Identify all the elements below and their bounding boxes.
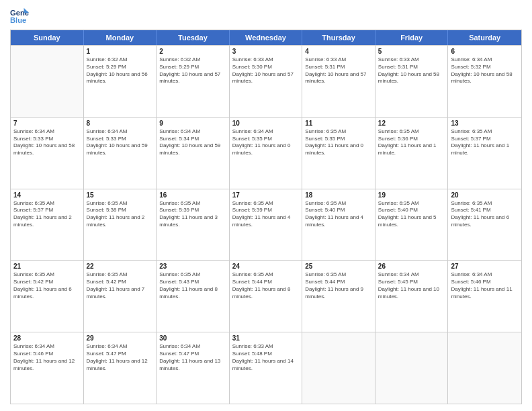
cell-details: Sunrise: 6:35 AMSunset: 5:44 PMDaylight:…	[305, 271, 372, 300]
header: General Blue	[10, 7, 522, 26]
day-number: 26	[378, 263, 445, 270]
cell-details: Sunrise: 6:35 AMSunset: 5:42 PMDaylight:…	[13, 271, 81, 300]
calendar-row-1: 1Sunrise: 6:32 AMSunset: 5:29 PMDaylight…	[11, 45, 521, 117]
calendar-row-5: 28Sunrise: 6:34 AMSunset: 5:46 PMDayligh…	[11, 332, 521, 404]
page: General Blue SundayMondayTuesdayWednesda…	[0, 0, 532, 411]
day-number: 23	[159, 263, 226, 270]
calendar-cell-3-4: 17Sunrise: 6:35 AMSunset: 5:39 PMDayligh…	[230, 189, 303, 261]
day-number: 16	[159, 191, 226, 199]
weekday-header-friday: Friday	[375, 30, 449, 45]
day-number: 12	[378, 120, 445, 127]
calendar-cell-4-7: 27Sunrise: 6:34 AMSunset: 5:46 PMDayligh…	[448, 261, 521, 332]
calendar-cell-2-1: 7Sunrise: 6:34 AMSunset: 5:33 PMDaylight…	[11, 118, 84, 189]
calendar-cell-3-7: 20Sunrise: 6:35 AMSunset: 5:41 PMDayligh…	[448, 189, 521, 261]
weekday-header-monday: Monday	[84, 30, 157, 45]
cell-details: Sunrise: 6:32 AMSunset: 5:29 PMDaylight:…	[87, 56, 154, 85]
day-number: 1	[87, 48, 154, 55]
day-number: 25	[305, 263, 372, 270]
day-number: 21	[13, 263, 81, 270]
calendar-cell-1-1	[11, 46, 84, 117]
day-number: 8	[87, 120, 154, 127]
day-number: 20	[451, 191, 519, 199]
cell-details: Sunrise: 6:35 AMSunset: 5:35 PMDaylight:…	[305, 128, 372, 157]
cell-details: Sunrise: 6:34 AMSunset: 5:45 PMDaylight:…	[378, 271, 445, 300]
calendar-cell-5-3: 30Sunrise: 6:34 AMSunset: 5:47 PMDayligh…	[157, 332, 230, 404]
weekday-header-thursday: Thursday	[302, 30, 375, 45]
calendar-cell-5-6	[375, 332, 449, 404]
day-number: 30	[159, 334, 226, 342]
cell-details: Sunrise: 6:33 AMSunset: 5:30 PMDaylight:…	[232, 56, 300, 85]
logo-icon: General Blue	[10, 7, 29, 26]
day-number: 14	[13, 191, 81, 199]
calendar-cell-2-3: 9Sunrise: 6:34 AMSunset: 5:34 PMDaylight…	[157, 118, 230, 189]
cell-details: Sunrise: 6:32 AMSunset: 5:29 PMDaylight:…	[159, 56, 226, 85]
day-number: 17	[232, 191, 300, 199]
cell-details: Sunrise: 6:35 AMSunset: 5:40 PMDaylight:…	[305, 200, 372, 229]
weekday-header-sunday: Sunday	[11, 30, 84, 45]
calendar: SundayMondayTuesdayWednesdayThursdayFrid…	[10, 30, 522, 404]
weekday-header-tuesday: Tuesday	[157, 30, 230, 45]
calendar-body: 1Sunrise: 6:32 AMSunset: 5:29 PMDaylight…	[11, 45, 521, 404]
calendar-cell-1-4: 3Sunrise: 6:33 AMSunset: 5:30 PMDaylight…	[230, 46, 303, 117]
cell-details: Sunrise: 6:35 AMSunset: 5:44 PMDaylight:…	[232, 271, 300, 300]
calendar-row-4: 21Sunrise: 6:35 AMSunset: 5:42 PMDayligh…	[11, 260, 521, 332]
calendar-cell-4-6: 26Sunrise: 6:34 AMSunset: 5:45 PMDayligh…	[375, 261, 449, 332]
calendar-cell-1-6: 5Sunrise: 6:33 AMSunset: 5:31 PMDaylight…	[375, 46, 449, 117]
calendar-cell-4-4: 24Sunrise: 6:35 AMSunset: 5:44 PMDayligh…	[230, 261, 303, 332]
day-number: 11	[305, 120, 372, 127]
logo: General Blue	[10, 7, 32, 26]
day-number: 24	[232, 263, 300, 270]
day-number: 27	[451, 263, 519, 270]
calendar-cell-2-6: 12Sunrise: 6:35 AMSunset: 5:36 PMDayligh…	[375, 118, 449, 189]
cell-details: Sunrise: 6:35 AMSunset: 5:40 PMDaylight:…	[378, 200, 445, 229]
day-number: 5	[378, 48, 445, 55]
calendar-row-2: 7Sunrise: 6:34 AMSunset: 5:33 PMDaylight…	[11, 117, 521, 189]
calendar-cell-2-4: 10Sunrise: 6:34 AMSunset: 5:35 PMDayligh…	[230, 118, 303, 189]
day-number: 28	[13, 334, 81, 342]
calendar-cell-3-5: 18Sunrise: 6:35 AMSunset: 5:40 PMDayligh…	[302, 189, 375, 261]
cell-details: Sunrise: 6:34 AMSunset: 5:33 PMDaylight:…	[87, 128, 154, 157]
cell-details: Sunrise: 6:35 AMSunset: 5:42 PMDaylight:…	[87, 271, 154, 300]
weekday-header-saturday: Saturday	[448, 30, 521, 45]
calendar-cell-5-2: 29Sunrise: 6:34 AMSunset: 5:47 PMDayligh…	[84, 332, 157, 404]
cell-details: Sunrise: 6:35 AMSunset: 5:36 PMDaylight:…	[378, 128, 445, 157]
day-number: 13	[451, 120, 519, 127]
cell-details: Sunrise: 6:35 AMSunset: 5:43 PMDaylight:…	[159, 271, 226, 300]
calendar-cell-3-6: 19Sunrise: 6:35 AMSunset: 5:40 PMDayligh…	[375, 189, 449, 261]
weekday-header-wednesday: Wednesday	[230, 30, 303, 45]
day-number: 6	[451, 48, 519, 55]
calendar-cell-4-5: 25Sunrise: 6:35 AMSunset: 5:44 PMDayligh…	[302, 261, 375, 332]
calendar-cell-2-2: 8Sunrise: 6:34 AMSunset: 5:33 PMDaylight…	[84, 118, 157, 189]
calendar-cell-4-1: 21Sunrise: 6:35 AMSunset: 5:42 PMDayligh…	[11, 261, 84, 332]
cell-details: Sunrise: 6:35 AMSunset: 5:37 PMDaylight:…	[451, 128, 519, 157]
calendar-cell-3-3: 16Sunrise: 6:35 AMSunset: 5:39 PMDayligh…	[157, 189, 230, 261]
day-number: 10	[232, 120, 300, 127]
cell-details: Sunrise: 6:34 AMSunset: 5:47 PMDaylight:…	[87, 343, 154, 372]
calendar-cell-2-7: 13Sunrise: 6:35 AMSunset: 5:37 PMDayligh…	[448, 118, 521, 189]
cell-details: Sunrise: 6:34 AMSunset: 5:32 PMDaylight:…	[451, 56, 519, 85]
cell-details: Sunrise: 6:35 AMSunset: 5:38 PMDaylight:…	[87, 200, 154, 229]
svg-text:Blue: Blue	[10, 16, 26, 24]
calendar-cell-3-2: 15Sunrise: 6:35 AMSunset: 5:38 PMDayligh…	[84, 189, 157, 261]
cell-details: Sunrise: 6:35 AMSunset: 5:39 PMDaylight:…	[159, 200, 226, 229]
calendar-row-3: 14Sunrise: 6:35 AMSunset: 5:37 PMDayligh…	[11, 189, 521, 261]
cell-details: Sunrise: 6:35 AMSunset: 5:37 PMDaylight:…	[13, 200, 81, 229]
cell-details: Sunrise: 6:35 AMSunset: 5:41 PMDaylight:…	[451, 200, 519, 229]
calendar-cell-1-3: 2Sunrise: 6:32 AMSunset: 5:29 PMDaylight…	[157, 46, 230, 117]
calendar-cell-4-3: 23Sunrise: 6:35 AMSunset: 5:43 PMDayligh…	[157, 261, 230, 332]
cell-details: Sunrise: 6:35 AMSunset: 5:39 PMDaylight:…	[232, 200, 300, 229]
cell-details: Sunrise: 6:33 AMSunset: 5:31 PMDaylight:…	[305, 56, 372, 85]
cell-details: Sunrise: 6:34 AMSunset: 5:33 PMDaylight:…	[13, 128, 81, 157]
cell-details: Sunrise: 6:33 AMSunset: 5:48 PMDaylight:…	[232, 343, 300, 372]
cell-details: Sunrise: 6:34 AMSunset: 5:35 PMDaylight:…	[232, 128, 300, 157]
calendar-cell-2-5: 11Sunrise: 6:35 AMSunset: 5:35 PMDayligh…	[302, 118, 375, 189]
day-number: 4	[305, 48, 372, 55]
day-number: 29	[87, 334, 154, 342]
cell-details: Sunrise: 6:34 AMSunset: 5:47 PMDaylight:…	[159, 343, 226, 372]
cell-details: Sunrise: 6:34 AMSunset: 5:46 PMDaylight:…	[451, 271, 519, 300]
day-number: 19	[378, 191, 445, 199]
calendar-cell-1-7: 6Sunrise: 6:34 AMSunset: 5:32 PMDaylight…	[448, 46, 521, 117]
calendar-cell-5-5	[302, 332, 375, 404]
calendar-cell-1-5: 4Sunrise: 6:33 AMSunset: 5:31 PMDaylight…	[302, 46, 375, 117]
cell-details: Sunrise: 6:33 AMSunset: 5:31 PMDaylight:…	[378, 56, 445, 85]
